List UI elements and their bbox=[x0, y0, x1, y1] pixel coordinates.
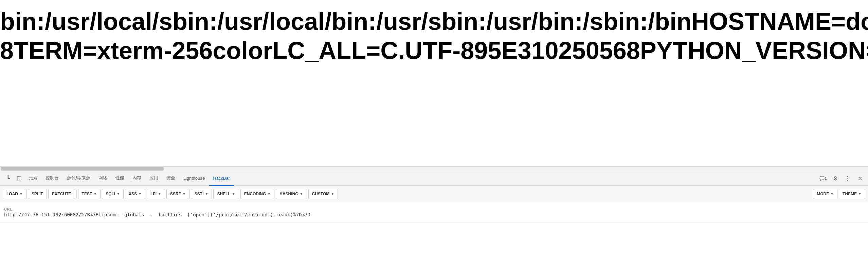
mode-button[interactable]: MODE ▼ bbox=[813, 189, 837, 199]
url-label: URL bbox=[4, 207, 864, 211]
tab-console[interactable]: 控制台 bbox=[41, 171, 63, 186]
tab-network[interactable]: 网络 bbox=[94, 171, 111, 186]
badge-icon: 💬 bbox=[819, 176, 825, 181]
badge-btn[interactable]: 💬 1 bbox=[818, 173, 829, 184]
response-text-line1: bin:/usr/local/sbin:/usr/local/bin:/usr/… bbox=[0, 7, 868, 36]
cursor-icon-btn[interactable]: ┗ bbox=[3, 173, 14, 184]
main-content-area: bin:/usr/local/sbin:/usr/local/bin:/usr/… bbox=[0, 0, 868, 166]
more-btn[interactable]: ⋮ bbox=[842, 173, 853, 184]
tab-lighthouse[interactable]: Lighthouse bbox=[179, 171, 209, 186]
xss-button[interactable]: XSS ▼ bbox=[125, 189, 145, 199]
horizontal-scrollbar[interactable] bbox=[0, 166, 868, 171]
test-dropdown-arrow: ▼ bbox=[93, 192, 97, 196]
ssti-dropdown-arrow: ▼ bbox=[205, 192, 209, 196]
tab-elements[interactable]: 元素 bbox=[24, 171, 41, 186]
split-button[interactable]: SPLIT bbox=[28, 189, 47, 199]
encoding-button[interactable]: ENCODING ▼ bbox=[240, 189, 275, 199]
badge-count: 1 bbox=[825, 176, 827, 180]
theme-button[interactable]: THEME ▼ bbox=[839, 189, 865, 199]
ssrf-button[interactable]: SSRF ▼ bbox=[166, 189, 189, 199]
mode-dropdown-arrow: ▼ bbox=[830, 192, 834, 196]
ssti-button[interactable]: SSTI ▼ bbox=[191, 189, 212, 199]
sqli-dropdown-arrow: ▼ bbox=[116, 192, 120, 196]
tab-security[interactable]: 安全 bbox=[162, 171, 179, 186]
ssrf-dropdown-arrow: ▼ bbox=[182, 192, 186, 196]
cursor-icon: ┗ bbox=[6, 175, 10, 182]
test-button[interactable]: TEST ▼ bbox=[78, 189, 101, 199]
tab-sources[interactable]: 源代码/来源 bbox=[63, 171, 94, 186]
tab-hackbar[interactable]: HackBar bbox=[209, 171, 234, 186]
lfi-dropdown-arrow: ▼ bbox=[158, 192, 161, 196]
tab-memory[interactable]: 内存 bbox=[128, 171, 145, 186]
load-dropdown-arrow: ▼ bbox=[19, 192, 23, 196]
custom-dropdown-arrow: ▼ bbox=[331, 192, 334, 196]
hackbar-toolbar: LOAD ▼ SPLIT EXECUTE TEST ▼ SQLI ▼ XSS ▼… bbox=[0, 186, 868, 202]
xss-dropdown-arrow: ▼ bbox=[138, 192, 142, 196]
scrollbar-thumb[interactable] bbox=[1, 167, 164, 171]
settings-btn[interactable]: ⚙ bbox=[830, 173, 841, 184]
close-icon: ✕ bbox=[858, 175, 862, 182]
lfi-button[interactable]: LFI ▼ bbox=[147, 189, 165, 199]
hashing-button[interactable]: HASHING ▼ bbox=[276, 189, 307, 199]
url-area: URL http://47.76.151.192:60082/%7B%7Blip… bbox=[0, 202, 868, 222]
shell-dropdown-arrow: ▼ bbox=[232, 192, 235, 196]
theme-dropdown-arrow: ▼ bbox=[858, 192, 862, 196]
response-text-line2: 8TERM=xterm-256colorLC_ALL=C.UTF-895E310… bbox=[0, 36, 868, 65]
load-button[interactable]: LOAD ▼ bbox=[3, 189, 26, 199]
hashing-dropdown-arrow: ▼ bbox=[300, 192, 303, 196]
divider-1 bbox=[76, 190, 77, 198]
encoding-dropdown-arrow: ▼ bbox=[267, 192, 271, 196]
shell-button[interactable]: SHELL ▼ bbox=[213, 189, 239, 199]
sqli-button[interactable]: SQLI ▼ bbox=[102, 189, 124, 199]
more-icon: ⋮ bbox=[845, 175, 850, 182]
tab-application[interactable]: 应用 bbox=[145, 171, 162, 186]
tab-performance[interactable]: 性能 bbox=[111, 171, 128, 186]
devtools-tabs-bar: ┗ ☐ 元素 控制台 源代码/来源 网络 性能 内存 应用 安全 Lightho… bbox=[0, 171, 868, 186]
settings-icon: ⚙ bbox=[833, 175, 838, 182]
device-icon: ☐ bbox=[17, 175, 21, 182]
hackbar-right-buttons: MODE ▼ THEME ▼ bbox=[813, 189, 865, 199]
devtools-right-buttons: 💬 1 ⚙ ⋮ ✕ bbox=[818, 173, 865, 184]
url-value[interactable]: http://47.76.151.192:60082/%7B%7Blipsum.… bbox=[4, 212, 864, 217]
close-btn[interactable]: ✕ bbox=[854, 173, 865, 184]
device-icon-btn[interactable]: ☐ bbox=[14, 173, 24, 184]
execute-button[interactable]: EXECUTE bbox=[48, 189, 75, 199]
custom-button[interactable]: CUSTOM ▼ bbox=[308, 189, 338, 199]
